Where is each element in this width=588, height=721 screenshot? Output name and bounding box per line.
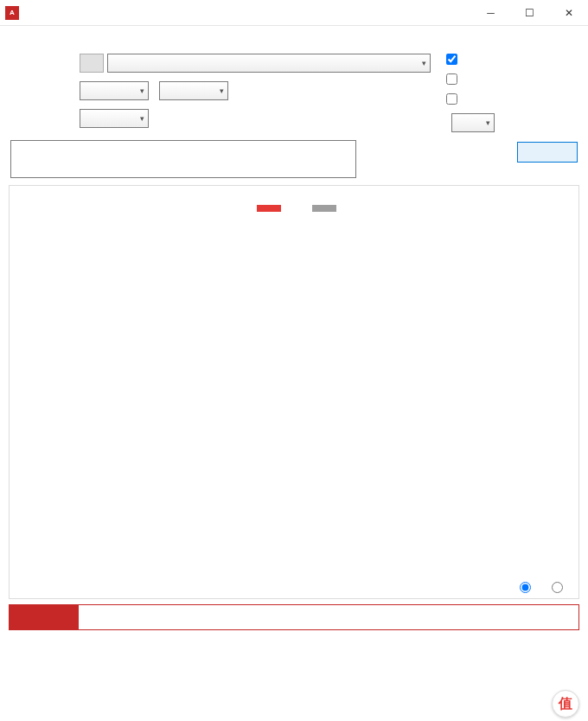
description-box[interactable] bbox=[10, 140, 356, 178]
app-icon: A bbox=[5, 6, 19, 20]
titlebar: A ─ ☐ ✕ bbox=[0, 0, 588, 26]
results-table bbox=[387, 215, 546, 578]
file-size-combo[interactable]: ▾ bbox=[80, 109, 149, 128]
legend-read-swatch bbox=[312, 205, 336, 212]
bypass-cache-input[interactable] bbox=[446, 73, 457, 85]
drive-combo[interactable]: ▾ bbox=[107, 54, 431, 73]
chevron-down-icon: ▾ bbox=[422, 59, 426, 67]
unit-bs-radio[interactable] bbox=[520, 582, 534, 593]
transfer-from-combo[interactable]: ▾ bbox=[80, 81, 149, 100]
atto-slogan bbox=[79, 611, 578, 624]
watermark: 值 bbox=[552, 690, 583, 718]
queue-depth-combo[interactable]: ▾ bbox=[451, 113, 495, 132]
watermark-icon: 值 bbox=[552, 690, 579, 718]
menubar bbox=[0, 26, 588, 45]
chart-legend bbox=[15, 205, 573, 212]
chevron-down-icon: ▾ bbox=[140, 114, 144, 123]
benchmark-chart bbox=[15, 215, 378, 578]
transfer-to-combo[interactable]: ▾ bbox=[159, 81, 228, 100]
chevron-down-icon: ▾ bbox=[486, 118, 490, 127]
direct-io-checkbox[interactable] bbox=[446, 54, 578, 65]
close-button[interactable]: ✕ bbox=[549, 0, 588, 26]
unit-ios-radio[interactable] bbox=[552, 582, 566, 593]
verify-data-input[interactable] bbox=[446, 93, 457, 105]
chevron-down-icon: ▾ bbox=[140, 86, 144, 95]
start-button[interactable] bbox=[517, 142, 578, 163]
results-groupbox bbox=[9, 185, 579, 599]
direct-io-input[interactable] bbox=[446, 54, 457, 65]
minimize-button[interactable]: ─ bbox=[471, 0, 510, 26]
atto-banner[interactable] bbox=[9, 604, 579, 630]
browse-button[interactable] bbox=[80, 54, 104, 73]
atto-logo bbox=[10, 605, 79, 629]
verify-data-checkbox[interactable] bbox=[446, 93, 578, 105]
bypass-cache-checkbox[interactable] bbox=[446, 73, 578, 85]
chevron-down-icon: ▾ bbox=[220, 86, 224, 95]
legend-write-swatch bbox=[257, 205, 281, 212]
maximize-button[interactable]: ☐ bbox=[510, 0, 549, 26]
